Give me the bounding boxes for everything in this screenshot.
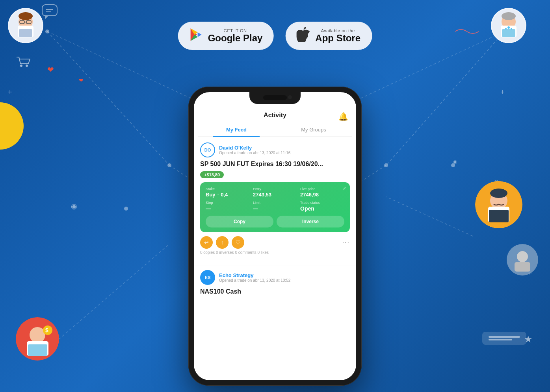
svg-marker-57 — [198, 32, 202, 37]
bell-icon: 🔔 — [338, 112, 348, 121]
app-store-prelabel: Available on the — [315, 28, 360, 33]
limit-value: — — [253, 205, 297, 211]
svg-point-42 — [511, 28, 512, 30]
stake-value: Buy ↑ 0,4 — [206, 192, 250, 198]
trade-card-buttons: Copy Inverse — [206, 216, 344, 227]
live-price-value: 2746,98 — [300, 192, 344, 198]
deco-chat-bubble — [41, 4, 61, 23]
stop-cell: Stop — — [206, 201, 250, 212]
svg-point-49 — [30, 327, 45, 343]
deco-avatar-man-dollar: $ — [16, 317, 59, 361]
apple-icon — [296, 27, 310, 44]
feed-item-2: ES Echo Strategy Opened a trade on abr 1… — [194, 266, 356, 299]
user-avatar-2: ES — [200, 270, 215, 285]
trade-title-2: NAS100 Cash — [200, 288, 350, 295]
google-play-icon — [189, 28, 203, 44]
stop-value: — — [206, 205, 250, 211]
svg-point-39 — [502, 12, 516, 20]
entry-cell: Entry 2743,53 — [253, 187, 297, 198]
feed-item-1: DO David O'Kelly Opened a trade on abr 1… — [194, 137, 356, 266]
svg-point-47 — [517, 251, 528, 262]
live-price-cell: Live price 2746,98 — [300, 187, 344, 198]
tab-my-groups[interactable]: My Groups — [275, 123, 352, 137]
expand-icon: ⤢ — [343, 186, 346, 190]
app-store-text: Available on the App Store — [315, 28, 360, 43]
deco-heart-2: ❤ — [79, 77, 84, 84]
entry-value: 2743,53 — [253, 192, 297, 198]
trade-status-label: Trade status — [300, 201, 344, 205]
entry-label: Entry — [253, 187, 297, 191]
inverse-button[interactable]: Inverse — [277, 216, 344, 227]
deco-yellow-circle — [0, 102, 24, 150]
phone-outer: Activity 🔔 My Feed My Groups DO — [188, 87, 362, 386]
profit-badge-1: +$13,80 — [200, 171, 224, 178]
copy-button[interactable]: Copy — [206, 216, 273, 227]
trade-card-grid: Stake Buy ↑ 0,4 Entry 2743,53 Live price… — [206, 187, 344, 212]
live-price-label: Live price — [300, 187, 344, 191]
svg-point-46 — [490, 189, 507, 198]
user-name-2: Echo Strategy — [219, 272, 290, 278]
social-more-options[interactable]: ··· — [342, 239, 350, 246]
svg-rect-45 — [489, 210, 509, 222]
tab-my-feed[interactable]: My Feed — [198, 123, 275, 137]
limit-label: Limit — [253, 201, 297, 205]
google-play-text: GET IT ON Google Play — [208, 28, 263, 43]
deco-gray-circle — [507, 244, 538, 276]
svg-point-29 — [19, 12, 33, 20]
svg-point-41 — [505, 28, 507, 30]
social-share-icon[interactable]: ↑ — [216, 236, 229, 249]
trade-card-1: Stake Buy ↑ 0,4 Entry 2743,53 Live price… — [200, 182, 350, 232]
limit-cell: Limit — — [253, 201, 297, 212]
svg-text:$: $ — [45, 327, 48, 333]
google-play-label: Google Play — [208, 33, 263, 43]
trade-title-1: SP 500 JUN FUT Expires 16:30 19/06/20... — [200, 161, 350, 168]
phone-screen: Activity 🔔 My Feed My Groups DO — [194, 92, 356, 380]
svg-rect-38 — [502, 29, 515, 37]
trade-status-value: Open — [300, 205, 344, 212]
deco-cart-icon — [16, 55, 32, 70]
google-play-button[interactable]: GET IT ON Google Play — [178, 22, 274, 50]
app-tabs: My Feed My Groups — [198, 123, 352, 137]
tab-my-groups-label: My Groups — [301, 127, 326, 133]
phone-mockup: Activity 🔔 My Feed My Groups DO — [188, 87, 362, 386]
user-action-1: Opened a trade on abr 13, 2020 at 11:16 — [219, 151, 290, 155]
stake-label: Stake — [206, 187, 250, 191]
svg-point-35 — [26, 65, 28, 67]
deco-avatar-lady-gray — [491, 8, 526, 43]
stop-label: Stop — [206, 201, 250, 205]
svg-rect-25 — [19, 29, 32, 37]
app-title: Activity — [264, 112, 286, 119]
app-store-label: App Store — [315, 33, 360, 43]
social-like-icon[interactable]: ♡ — [232, 236, 244, 249]
svg-rect-48 — [515, 262, 530, 272]
user-action-2: Opened a trade on abr 13, 2020 at 10:52 — [219, 278, 290, 283]
svg-point-40 — [507, 26, 510, 29]
phone-notch — [249, 92, 301, 104]
bottom-right-panel — [482, 332, 526, 345]
tab-my-feed-label: My Feed — [226, 127, 247, 133]
google-play-prelabel: GET IT ON — [208, 28, 263, 33]
deco-heart-1: ❤ — [47, 65, 54, 74]
stake-cell: Stake Buy ↑ 0,4 — [206, 187, 250, 198]
deco-avatar-man-mustache — [475, 181, 522, 228]
panel-line-1 — [489, 336, 520, 338]
social-stats: 0 copies 0 inverses 0 comments 0 likes — [200, 250, 350, 255]
social-copy-icon[interactable]: ↩ — [200, 236, 213, 249]
svg-rect-51 — [28, 344, 47, 356]
panel-line-2 — [489, 339, 512, 340]
user-info-1: David O'Kelly Opened a trade on abr 13, … — [219, 145, 290, 155]
user-name-1: David O'Kelly — [219, 145, 290, 151]
trade-status-cell: Trade status Open — [300, 201, 344, 212]
svg-point-34 — [20, 65, 22, 67]
user-avatar-1: DO — [200, 142, 215, 157]
svg-marker-33 — [45, 16, 48, 19]
user-info-2: Echo Strategy Opened a trade on abr 13, … — [219, 272, 290, 283]
deco-avatar-lady-glasses — [8, 8, 43, 43]
social-row: ↩ ↑ ♡ ··· — [200, 236, 350, 249]
svg-rect-30 — [42, 5, 57, 16]
store-buttons-container: GET IT ON Google Play Available on the A… — [178, 22, 372, 50]
feed-user-row-2: ES Echo Strategy Opened a trade on abr 1… — [200, 270, 350, 285]
app-store-button[interactable]: Available on the App Store — [285, 22, 372, 50]
feed-user-row-1: DO David O'Kelly Opened a trade on abr 1… — [200, 142, 350, 157]
